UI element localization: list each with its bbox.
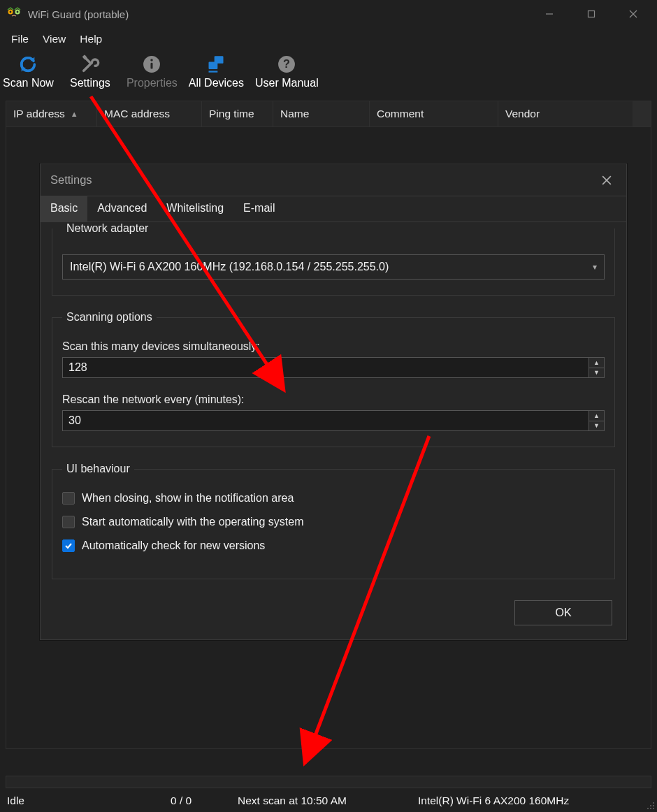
checkbox-icon	[62, 516, 75, 528]
status-adapter: Intel(R) Wi-Fi 6 AX200 160MHz	[410, 795, 577, 807]
menu-help[interactable]: Help	[73, 30, 109, 48]
info-icon	[142, 55, 161, 74]
devices-icon	[206, 55, 226, 74]
column-header-ping[interactable]: Ping time	[202, 101, 273, 126]
toolbar: Scan Now Settings Properties	[0, 50, 657, 96]
tab-basic[interactable]: Basic	[41, 196, 87, 222]
fieldset-network-adapter: Network adapter Intel(R) Wi-Fi 6 AX200 1…	[52, 222, 615, 296]
network-adapter-select[interactable]: Intel(R) Wi-Fi 6 AX200 160MHz (192.168.0…	[62, 254, 605, 280]
svg-point-3	[17, 11, 19, 13]
resize-grip-icon[interactable]	[644, 799, 656, 811]
column-label: Comment	[377, 108, 424, 120]
column-label: MAC address	[104, 108, 170, 120]
checkbox-label: When closing, show in the notification a…	[82, 492, 294, 505]
close-button[interactable]	[612, 0, 654, 28]
table-header: IP address ▲ MAC address Ping time Name …	[6, 101, 651, 127]
scan-now-button[interactable]: Scan Now	[0, 53, 57, 92]
sort-ascending-icon: ▲	[71, 110, 78, 118]
ok-button[interactable]: OK	[514, 600, 612, 625]
tab-panel-basic: Network adapter Intel(R) Wi-Fi 6 AX200 1…	[41, 222, 626, 579]
checkbox-icon	[62, 492, 75, 505]
svg-point-24	[653, 808, 654, 809]
toolbar-label: Properties	[127, 77, 178, 89]
menu-bar: File View Help	[0, 28, 657, 50]
dialog-title: Settings	[50, 173, 92, 187]
spinner-down-button[interactable]: ▼	[589, 421, 604, 431]
checkbox-label: Start automatically with the operating s…	[82, 516, 303, 528]
settings-dialog: Settings Basic Advanced Whitelisting E-m…	[40, 164, 627, 640]
user-manual-button[interactable]: ? User Manual	[252, 53, 322, 92]
legend: Network adapter	[62, 222, 152, 235]
column-label: IP address	[13, 108, 65, 120]
spinner-up-button[interactable]: ▲	[589, 411, 604, 421]
properties-button[interactable]: Properties	[124, 53, 180, 92]
svg-point-23	[650, 808, 651, 809]
tab-email[interactable]: E-mail	[233, 196, 284, 222]
column-header-name[interactable]: Name	[273, 101, 370, 126]
spinner-down-button[interactable]: ▼	[589, 368, 604, 378]
column-header-spacer	[633, 101, 651, 126]
column-header-comment[interactable]: Comment	[370, 101, 498, 126]
column-header-ip[interactable]: IP address ▲	[6, 101, 97, 126]
svg-rect-14	[209, 71, 218, 72]
column-label: Ping time	[209, 108, 254, 120]
help-icon: ?	[277, 55, 296, 74]
scan-progress-bar	[6, 776, 651, 788]
minimize-button[interactable]	[528, 0, 570, 28]
rescan-minutes-label: Rescan the network every (minutes):	[62, 393, 605, 406]
status-state: Idle	[6, 795, 162, 807]
toolbar-label: User Manual	[255, 77, 319, 89]
settings-button[interactable]: Settings	[62, 53, 118, 92]
all-devices-button[interactable]: All Devices	[186, 53, 247, 92]
checkbox-notification-area[interactable]: When closing, show in the notification a…	[62, 492, 605, 505]
svg-text:?: ?	[283, 57, 290, 70]
simultaneous-devices-input[interactable]	[62, 357, 589, 378]
toolbar-label: Scan Now	[3, 77, 54, 89]
select-value: Intel(R) Wi-Fi 6 AX200 160MHz (192.168.0…	[70, 261, 389, 273]
checkbox-checked-icon	[62, 539, 75, 552]
menu-view[interactable]: View	[36, 30, 73, 48]
toolbar-label: All Devices	[189, 77, 244, 89]
chevron-down-icon: ▾	[593, 262, 597, 272]
legend: UI behaviour	[62, 463, 134, 475]
status-next-scan: Next scan at 10:50 AM	[229, 795, 410, 807]
fieldset-ui-behaviour: UI behaviour When closing, show in the n…	[52, 463, 615, 579]
simultaneous-devices-label: Scan this many devices simultaneously:	[62, 340, 605, 353]
svg-rect-10	[151, 63, 153, 69]
column-label: Name	[280, 108, 309, 120]
table-body: Settings Basic Advanced Whitelisting E-m…	[6, 127, 651, 749]
svg-point-2	[10, 11, 12, 13]
svg-point-11	[151, 59, 153, 61]
status-count: 0 / 0	[162, 795, 229, 807]
menu-file[interactable]: File	[4, 30, 36, 48]
tab-whitelisting[interactable]: Whitelisting	[157, 196, 233, 222]
column-header-mac[interactable]: MAC address	[97, 101, 202, 126]
dialog-footer: OK	[41, 595, 626, 625]
refresh-icon	[18, 55, 38, 74]
spinner-up-button[interactable]: ▲	[589, 358, 604, 368]
simultaneous-devices-spinner: ▲ ▼	[62, 357, 605, 378]
checkbox-autoupdate[interactable]: Automatically check for new versions	[62, 539, 605, 552]
title-bar: WiFi Guard (portable)	[0, 0, 657, 28]
app-icon	[6, 6, 22, 22]
maximize-button[interactable]	[570, 0, 612, 28]
checkbox-autostart[interactable]: Start automatically with the operating s…	[62, 516, 605, 528]
checkbox-label: Automatically check for new versions	[82, 539, 265, 552]
rescan-minutes-spinner: ▲ ▼	[62, 410, 605, 431]
status-bar: Idle 0 / 0 Next scan at 10:50 AM Intel(R…	[0, 790, 657, 812]
column-label: Vendor	[505, 108, 540, 120]
svg-point-22	[647, 808, 649, 809]
column-header-vendor[interactable]: Vendor	[498, 101, 633, 126]
svg-rect-5	[589, 11, 595, 17]
window-title: WiFi Guard (portable)	[28, 8, 129, 20]
svg-point-21	[653, 805, 654, 806]
svg-point-20	[650, 805, 651, 806]
rescan-minutes-input[interactable]	[62, 410, 589, 431]
toolbar-label: Settings	[70, 77, 110, 89]
svg-point-19	[653, 802, 654, 804]
dialog-close-button[interactable]	[593, 166, 621, 194]
dialog-titlebar: Settings	[41, 164, 626, 196]
tab-advanced[interactable]: Advanced	[87, 196, 157, 222]
dialog-tabs: Basic Advanced Whitelisting E-mail	[41, 196, 626, 222]
legend: Scanning options	[62, 311, 157, 324]
